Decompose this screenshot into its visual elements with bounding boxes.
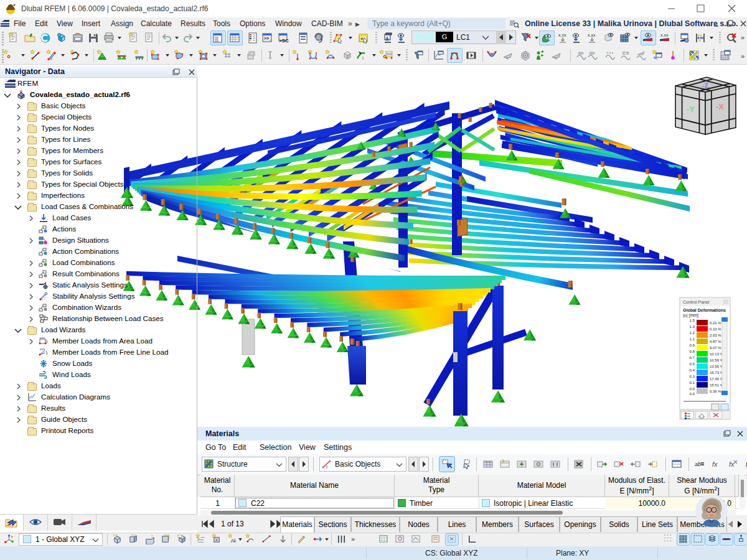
- svg-text:1.3: 1.3: [689, 324, 695, 329]
- svg-text:-Z: -Z: [702, 82, 709, 90]
- svg-text:x.xx: x.xx: [588, 33, 596, 37]
- svg-text:4.87 %: 4.87 %: [710, 340, 721, 343]
- svg-text:>SC: >SC: [279, 38, 289, 44]
- svg-text:0.7: 0.7: [689, 355, 695, 360]
- svg-text:x.xx: x.xx: [660, 33, 669, 37]
- svg-text:10.56 %: 10.56 %: [710, 358, 724, 362]
- svg-text:0.0: 0.0: [689, 386, 695, 391]
- svg-text:1.5: 1.5: [689, 318, 695, 322]
- svg-text:10.13 %: 10.13 %: [710, 352, 724, 356]
- svg-text:>>_: >>_: [264, 36, 271, 40]
- svg-text:15.73 %: 15.73 %: [710, 371, 724, 375]
- svg-text:1.2: 1.2: [689, 330, 695, 335]
- svg-text:-X: -X: [716, 102, 724, 111]
- svg-text:+: +: [360, 36, 364, 42]
- svg-text:I: I: [51, 57, 52, 61]
- svg-text:9.07 %: 9.07 %: [710, 346, 721, 350]
- svg-text:0.3: 0.3: [689, 374, 695, 378]
- svg-text:fx: fx: [712, 460, 718, 468]
- svg-text:Control Panel: Control Panel: [683, 300, 710, 304]
- svg-text:0.5: 0.5: [689, 362, 695, 366]
- svg-text:0.36 %: 0.36 %: [710, 390, 721, 393]
- svg-text:0.10 %: 0.10 %: [710, 327, 721, 331]
- svg-text:2.63 %: 2.63 %: [710, 334, 721, 337]
- svg-text:0.8: 0.8: [689, 349, 695, 353]
- svg-text:ab: ab: [695, 461, 701, 467]
- svg-text:0.0: 0.0: [689, 391, 695, 396]
- svg-text:I: I: [326, 465, 327, 469]
- svg-text:1.1: 1.1: [689, 337, 695, 341]
- svg-text:-Y: -Y: [687, 105, 695, 114]
- svg-text:x.xx: x.xx: [558, 33, 566, 37]
- svg-text:fx: fx: [729, 460, 735, 468]
- svg-text:I: I: [362, 56, 364, 60]
- svg-text:13.56 %: 13.56 %: [710, 365, 724, 368]
- svg-text:0.9: 0.9: [689, 343, 695, 347]
- svg-text:Global Deformations: Global Deformations: [683, 308, 726, 312]
- svg-text:17.46 %: 17.46 %: [710, 377, 724, 381]
- svg-text:0.21 %: 0.21 %: [710, 321, 721, 325]
- svg-text:0.1: 0.1: [689, 380, 695, 385]
- svg-text:0.4: 0.4: [689, 368, 695, 372]
- svg-text:15.51 %: 15.51 %: [710, 383, 724, 387]
